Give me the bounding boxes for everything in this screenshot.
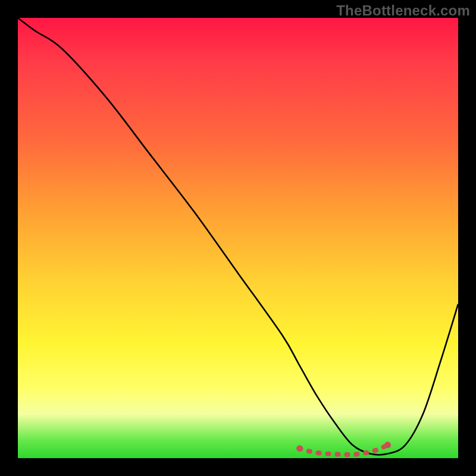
optimal-range-start-dot (296, 445, 303, 452)
optimal-range-dash (300, 445, 388, 455)
optimal-range-end-dot (384, 441, 391, 448)
chart-frame: TheBottleneck.com (0, 0, 476, 476)
bottleneck-curve-path (18, 18, 458, 455)
curve-overlay (18, 18, 458, 458)
optimal-range-markers (296, 441, 391, 455)
plot-area (18, 18, 458, 458)
watermark-text: TheBottleneck.com (336, 2, 470, 19)
